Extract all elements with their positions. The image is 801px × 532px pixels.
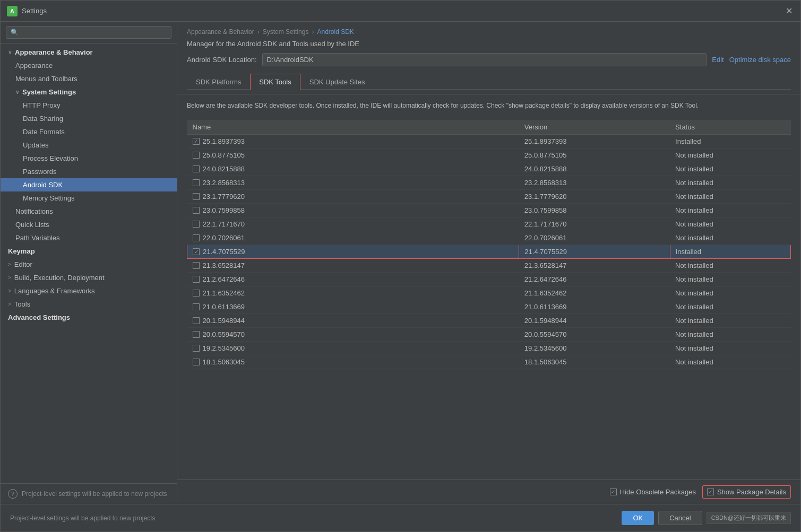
table-row[interactable]: 24.0.8215888 24.0.8215888 Not installed — [187, 162, 791, 176]
sidebar-item-build-execution[interactable]: > Build, Execution, Deployment — [1, 271, 177, 284]
row-checkbox-16[interactable] — [193, 359, 200, 365]
row-status: Not installed — [670, 300, 790, 314]
sidebar-item-appearance[interactable]: Appearance — [1, 59, 177, 72]
sidebar: ∨ Appearance & Behavior Appearance Menus… — [1, 22, 177, 504]
hide-obsolete-checkbox[interactable]: ✓ — [610, 489, 617, 495]
row-checkbox-2[interactable] — [193, 165, 200, 172]
sidebar-item-date-formats[interactable]: Date Formats — [1, 125, 177, 138]
show-package-checkbox[interactable]: ✓ — [707, 489, 714, 495]
search-input[interactable] — [6, 26, 171, 39]
sdk-location-input[interactable] — [262, 53, 707, 66]
tab-sdk-update-sites[interactable]: SDK Update Sites — [300, 74, 374, 90]
table-row[interactable]: 20.0.5594570 20.0.5594570 Not installed — [187, 328, 791, 342]
sidebar-item-path-variables[interactable]: Path Variables — [1, 231, 177, 245]
row-version: 21.1.6352462 — [519, 286, 670, 300]
row-name: 23.1.7779620 — [203, 193, 245, 200]
table-row[interactable]: 25.0.8775105 25.0.8775105 Not installed — [187, 149, 791, 162]
row-checkbox-14[interactable] — [193, 331, 200, 338]
footer-bottom-text: Project-level settings will be applied t… — [10, 514, 155, 522]
languages-arrow: > — [8, 288, 11, 294]
sidebar-item-memory-settings[interactable]: Memory Settings — [1, 191, 177, 205]
row-checkbox-11[interactable] — [193, 290, 200, 296]
window-title: Settings — [22, 7, 783, 15]
tabs: SDK Platforms SDK Tools SDK Update Sites — [187, 74, 791, 90]
edit-link[interactable]: Edit — [712, 56, 724, 64]
sidebar-item-editor[interactable]: > Editor — [1, 258, 177, 271]
row-name: 22.0.7026061 — [203, 234, 245, 242]
sidebar-item-android-sdk[interactable]: Android SDK — [1, 178, 177, 191]
row-status: Not installed — [670, 217, 790, 231]
table-row[interactable]: 18.1.5063045 18.1.5063045 Not installed — [187, 355, 791, 369]
sidebar-item-http-proxy[interactable]: HTTP Proxy — [1, 99, 177, 112]
row-version: 21.2.6472646 — [519, 273, 670, 286]
row-version: 22.1.7171670 — [519, 217, 670, 231]
sidebar-item-keymap[interactable]: Keymap — [1, 245, 177, 258]
sidebar-item-passwords[interactable]: Passwords — [1, 165, 177, 178]
sidebar-item-quick-lists[interactable]: Quick Lists — [1, 218, 177, 231]
sidebar-item-notifications[interactable]: Notifications — [1, 205, 177, 218]
row-checkbox-0[interactable]: ✓ — [193, 138, 200, 145]
row-checkbox-13[interactable] — [193, 317, 200, 324]
row-name-cell: 25.0.8775105 — [187, 149, 519, 162]
row-name-cell: 20.1.5948944 — [187, 314, 519, 328]
title-bar: A Settings ✕ — [1, 1, 800, 22]
table-row[interactable]: 21.3.6528147 21.3.6528147 Not installed — [187, 259, 791, 273]
sidebar-item-tools[interactable]: > Tools — [1, 298, 177, 311]
row-checkbox-3[interactable] — [193, 179, 200, 186]
table-row[interactable]: ✓ 21.4.7075529 21.4.7075529 Installed — [187, 245, 791, 259]
row-name: 21.1.6352462 — [203, 289, 245, 297]
manager-desc: Manager for the Android SDK and Tools us… — [187, 40, 791, 48]
sidebar-item-languages[interactable]: > Languages & Frameworks — [1, 284, 177, 298]
table-row[interactable]: ✓ 25.1.8937393 25.1.8937393 Installed — [187, 135, 791, 149]
sidebar-item-data-sharing[interactable]: Data Sharing — [1, 112, 177, 125]
row-checkbox-5[interactable] — [193, 207, 200, 214]
optimize-link[interactable]: Optimize disk space — [729, 56, 791, 64]
row-version: 20.0.5594570 — [519, 328, 670, 342]
sidebar-item-updates[interactable]: Updates — [1, 138, 177, 152]
row-checkbox-6[interactable] — [193, 221, 200, 228]
table-row[interactable]: 22.0.7026061 22.0.7026061 Not installed — [187, 231, 791, 245]
sidebar-bottom: ? Project-level settings will be applied… — [1, 483, 177, 504]
col-name: Name — [187, 120, 519, 135]
table-row[interactable]: 21.0.6113669 21.0.6113669 Not installed — [187, 300, 791, 314]
table-row[interactable]: 19.2.5345600 19.2.5345600 Not installed — [187, 342, 791, 355]
tab-sdk-platforms[interactable]: SDK Platforms — [187, 74, 250, 90]
footer-buttons: OK Cancel CSDN@还好一切都可以重来 — [622, 511, 791, 525]
table-row[interactable]: 23.2.8568313 23.2.8568313 Not installed — [187, 176, 791, 190]
sidebar-item-menus-toolbars[interactable]: Menus and Toolbars — [1, 72, 177, 85]
cancel-button[interactable]: Cancel — [658, 511, 702, 525]
row-name-cell: 21.3.6528147 — [187, 259, 519, 273]
row-status: Not installed — [670, 328, 790, 342]
build-arrow: > — [8, 275, 11, 281]
close-button[interactable]: ✕ — [783, 6, 794, 16]
help-button[interactable]: ? — [8, 489, 18, 499]
table-row[interactable]: 20.1.5948944 20.1.5948944 Not installed — [187, 314, 791, 328]
ok-button[interactable]: OK — [622, 511, 654, 525]
row-checkbox-10[interactable] — [193, 276, 200, 283]
tools-desc: Below are the available SDK developer to… — [187, 101, 791, 110]
row-checkbox-1[interactable] — [193, 152, 200, 159]
table-row[interactable]: 23.0.7599858 23.0.7599858 Not installed — [187, 204, 791, 217]
row-checkbox-8[interactable]: ✓ — [193, 248, 200, 255]
row-checkbox-4[interactable] — [193, 193, 200, 200]
table-row[interactable]: 21.1.6352462 21.1.6352462 Not installed — [187, 286, 791, 300]
sidebar-item-process-elevation[interactable]: Process Elevation — [1, 152, 177, 165]
row-checkbox-12[interactable] — [193, 303, 200, 310]
table-row[interactable]: 22.1.7171670 22.1.7171670 Not installed — [187, 217, 791, 231]
sidebar-item-appearance-behavior[interactable]: ∨ Appearance & Behavior — [1, 46, 177, 59]
table-row[interactable]: 23.1.7779620 23.1.7779620 Not installed — [187, 190, 791, 204]
row-name: 21.2.6472646 — [203, 275, 245, 283]
row-checkbox-7[interactable] — [193, 234, 200, 241]
table-row[interactable]: 21.2.6472646 21.2.6472646 Not installed — [187, 273, 791, 286]
row-name: 23.0.7599858 — [203, 206, 245, 214]
sidebar-item-advanced-settings[interactable]: Advanced Settings — [1, 311, 177, 324]
tab-sdk-tools[interactable]: SDK Tools — [250, 74, 300, 90]
row-checkbox-15[interactable] — [193, 345, 200, 352]
row-name: 19.2.5345600 — [203, 344, 245, 352]
app-icon: A — [7, 6, 18, 16]
row-checkbox-9[interactable] — [193, 262, 200, 269]
sidebar-item-system-settings[interactable]: ∨ System Settings — [1, 85, 177, 99]
hide-obsolete-label: Hide Obsolete Packages — [620, 488, 696, 496]
panel-header: Appearance & Behavior › System Settings … — [177, 22, 800, 94]
row-name: 22.1.7171670 — [203, 220, 245, 228]
